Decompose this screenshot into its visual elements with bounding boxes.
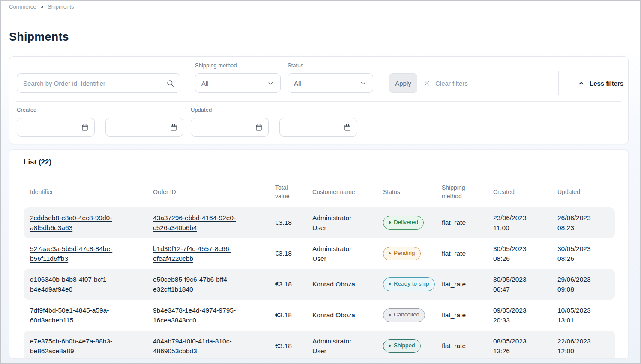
shipping-method-cell: flat_rate (442, 310, 493, 320)
identifier-link[interactable]: e7e375cb-6b0b-4e7a-88b3-be862ace8a89 (30, 336, 128, 356)
order-id-link[interactable]: 9b4e3478-1e4d-4974-9795-16cea3843cc0 (153, 305, 251, 325)
updated-to-input[interactable] (280, 118, 344, 136)
calendar-icon[interactable] (255, 123, 263, 131)
status-cell: Pending (383, 247, 442, 260)
status-badge: Shipped (383, 339, 421, 352)
updated-to-box (279, 118, 357, 137)
table-row: 7df9f4bd-50e1-4845-a59a-60d3acbeb115 9b4… (24, 300, 615, 331)
identifier-link[interactable]: 7df9f4bd-50e1-4845-a59a-60d3acbeb115 (30, 305, 128, 325)
column-header-updated: Updated (557, 188, 608, 196)
order-id-cell: 43a37296-ebbd-4164-92e0-c526a340b6b4 (153, 213, 275, 233)
status-cell: Delivered (383, 216, 442, 229)
shipments-list-panel: List (22) Identifier Order ID Total valu… (9, 149, 629, 359)
chevron-up-icon (578, 80, 585, 87)
customer-name-cell: Konrad Oboza (312, 279, 366, 289)
column-header-customer-name: Customer name (312, 188, 383, 196)
identifier-link[interactable]: 2cdd5eb8-e8a0-4ec8-99d0-a8f5db6e3a63 (30, 213, 128, 233)
updated-from-input[interactable] (191, 118, 255, 136)
table-row: d106340b-b4b8-4f07-bcf1-b4e4d9af94e0 e50… (24, 269, 615, 300)
shipping-method-cell: flat_rate (442, 218, 493, 227)
clear-filters-label: Clear filters (435, 80, 468, 87)
chevron-down-icon (267, 80, 274, 87)
less-filters-toggle[interactable]: Less filters (578, 73, 623, 93)
clear-filters-button[interactable]: Clear filters (423, 73, 468, 93)
status-dot-icon (389, 252, 391, 254)
calendar-icon[interactable] (170, 123, 177, 131)
status-dot-icon (389, 283, 391, 285)
created-cell: 09/05/2023 20:33 (493, 305, 534, 325)
total-value-cell: €3.18 (275, 310, 312, 320)
status-badge-label: Ready to ship (394, 280, 429, 288)
order-id-cell: 404ab794-f0f0-41da-810c-4869053cbbd3 (153, 336, 275, 356)
updated-cell: 26/06/2023 08:23 (557, 213, 599, 233)
status-badge-label: Delivered (394, 218, 418, 227)
status-badge: Ready to ship (383, 277, 435, 291)
created-from-box (17, 118, 95, 137)
identifier-link[interactable]: 527aae3a-5b5d-47c8-84be-b56f11d6ffb3 (30, 244, 128, 264)
breadcrumb-commerce[interactable]: Commerce (9, 3, 36, 10)
calendar-icon[interactable] (81, 123, 89, 131)
total-value-cell: €3.18 (275, 248, 312, 258)
filter-divider (188, 72, 188, 94)
updated-label: Updated (191, 107, 212, 113)
status-badge: Delivered (383, 216, 424, 229)
column-header-created: Created (493, 188, 557, 196)
search-input[interactable] (17, 74, 166, 92)
shipping-method-cell: flat_rate (442, 248, 493, 258)
order-id-link[interactable]: e50ceb85-f9c6-47b6-bff4-e32cff1b1840 (153, 274, 251, 295)
updated-cell: 22/06/2023 12:00 (557, 336, 599, 356)
created-to-input[interactable] (106, 118, 170, 136)
identifier-cell: 2cdd5eb8-e8a0-4ec8-99d0-a8f5db6e3a63 (30, 213, 153, 233)
customer-name-cell: Administrator User (312, 244, 366, 264)
order-id-link[interactable]: b1d30f12-7f4c-4557-8c66-efeaf4220cbb (153, 244, 251, 264)
column-header-total-value: Total value (275, 183, 303, 201)
shipping-method-cell: flat_rate (442, 341, 493, 351)
table-header-row: Identifier Order ID Total value Customer… (24, 176, 615, 207)
status-dot-icon (389, 345, 391, 347)
search-icon (166, 79, 174, 87)
breadcrumb-shipments[interactable]: Shipments (48, 3, 74, 10)
order-id-link[interactable]: 404ab794-f0f0-41da-810c-4869053cbbd3 (153, 336, 251, 356)
customer-name-cell: Administrator User (312, 213, 366, 233)
table-row: 2cdd5eb8-e8a0-4ec8-99d0-a8f5db6e3a63 43a… (24, 207, 615, 238)
created-cell: 30/05/2023 06:47 (493, 274, 534, 295)
shipping-method-select[interactable]: All (195, 73, 281, 93)
search-input-box (17, 73, 180, 93)
status-badge-label: Pending (394, 249, 415, 257)
order-id-cell: e50ceb85-f9c6-47b6-bff4-e32cff1b1840 (153, 274, 275, 295)
column-header-identifier: Identifier (30, 188, 153, 196)
table-row: e7e375cb-6b0b-4e7a-88b3-be862ace8a89 404… (24, 331, 615, 359)
status-badge: Cancelled (383, 308, 425, 322)
identifier-cell: 527aae3a-5b5d-47c8-84be-b56f11d6ffb3 (30, 244, 153, 264)
total-value-cell: €3.18 (275, 341, 312, 351)
shipping-method-value: All (201, 80, 209, 87)
status-cell: Shipped (383, 339, 442, 352)
calendar-icon[interactable] (344, 123, 351, 131)
updated-from-box (191, 118, 269, 137)
updated-cell: 10/05/2023 13:01 (557, 305, 599, 325)
identifier-cell: 7df9f4bd-50e1-4845-a59a-60d3acbeb115 (30, 305, 153, 325)
updated-cell: 29/06/2023 09:08 (557, 274, 599, 295)
order-id-cell: b1d30f12-7f4c-4557-8c66-efeaf4220cbb (153, 244, 275, 264)
breadcrumb-separator-icon: > (41, 4, 43, 9)
order-id-link[interactable]: 43a37296-ebbd-4164-92e0-c526a340b6b4 (153, 213, 251, 233)
created-from-input[interactable] (17, 118, 81, 136)
status-select[interactable]: All (288, 73, 373, 93)
identifier-link[interactable]: d106340b-b4b8-4f07-bcf1-b4e4d9af94e0 (30, 274, 128, 295)
less-filters-label: Less filters (590, 80, 623, 87)
status-cell: Cancelled (383, 308, 442, 322)
shipping-method-label: Shipping method (195, 62, 237, 69)
apply-button[interactable]: Apply (389, 73, 417, 93)
order-id-cell: 9b4e3478-1e4d-4974-9795-16cea3843cc0 (153, 305, 275, 325)
identifier-cell: e7e375cb-6b0b-4e7a-88b3-be862ace8a89 (30, 336, 153, 356)
status-dot-icon (389, 221, 391, 224)
created-cell: 23/06/2023 11:00 (493, 213, 534, 233)
table-row: 527aae3a-5b5d-47c8-84be-b56f11d6ffb3 b1d… (24, 238, 615, 269)
table-body: 2cdd5eb8-e8a0-4ec8-99d0-a8f5db6e3a63 43a… (24, 207, 615, 359)
shipping-method-cell: flat_rate (442, 279, 493, 289)
created-to-box (105, 118, 183, 137)
created-cell: 08/05/2023 13:26 (493, 336, 534, 356)
status-cell: Ready to ship (383, 277, 442, 291)
status-dot-icon (389, 314, 391, 316)
customer-name-cell: Konrad Oboza (312, 310, 366, 320)
